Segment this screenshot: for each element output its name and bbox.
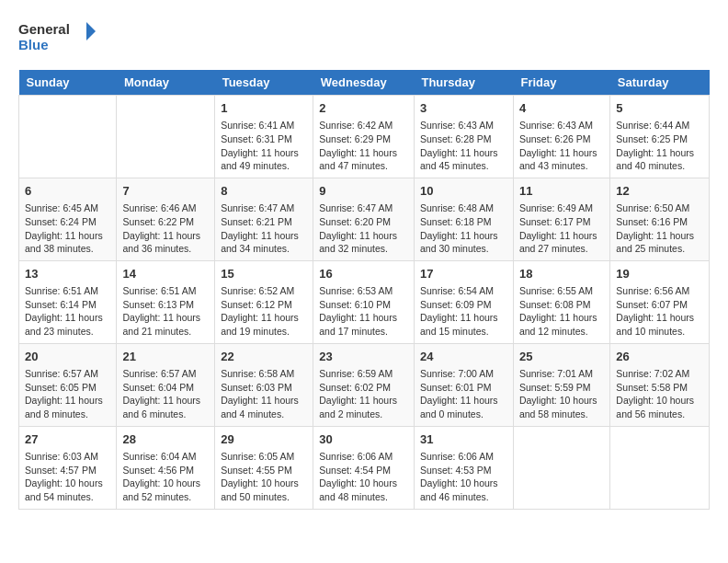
cell-info: Sunset: 4:57 PM <box>25 464 110 477</box>
day-number: 23 <box>319 349 408 365</box>
cell-info: Daylight: 11 hours and 12 minutes. <box>519 311 604 338</box>
calendar-cell: 11Sunrise: 6:49 AMSunset: 6:17 PMDayligh… <box>513 178 609 260</box>
calendar-cell: 13Sunrise: 6:51 AMSunset: 6:14 PMDayligh… <box>19 260 117 343</box>
cell-info: Sunset: 6:01 PM <box>420 381 507 395</box>
day-number: 20 <box>25 349 110 365</box>
day-number: 22 <box>221 349 307 365</box>
cell-info: Daylight: 10 hours and 46 minutes. <box>420 477 507 503</box>
cell-info: Sunset: 6:02 PM <box>319 381 408 395</box>
cell-info: Sunrise: 6:54 AM <box>420 284 507 298</box>
cell-info: Daylight: 11 hours and 27 minutes. <box>519 229 604 256</box>
day-number: 15 <box>221 266 307 282</box>
cell-info: Daylight: 11 hours and 40 minutes. <box>616 146 703 173</box>
cell-info: Sunset: 6:08 PM <box>519 298 604 312</box>
calendar-cell: 18Sunrise: 6:55 AMSunset: 6:08 PMDayligh… <box>513 260 609 343</box>
cell-info: Sunrise: 6:44 AM <box>616 119 703 132</box>
calendar-cell: 23Sunrise: 6:59 AMSunset: 6:02 PMDayligh… <box>313 343 415 426</box>
calendar-cell: 8Sunrise: 6:47 AMSunset: 6:21 PMDaylight… <box>215 178 313 260</box>
cell-info: Daylight: 11 hours and 10 minutes. <box>616 311 703 338</box>
day-number: 7 <box>122 183 209 200</box>
cell-info: Sunset: 4:53 PM <box>420 464 507 477</box>
cell-info: Daylight: 11 hours and 32 minutes. <box>319 229 408 256</box>
day-number: 1 <box>221 100 307 117</box>
cell-info: Sunset: 6:12 PM <box>221 298 307 312</box>
day-number: 29 <box>221 431 307 448</box>
logo-svg: General Blue <box>18 18 101 55</box>
cell-info: Daylight: 11 hours and 15 minutes. <box>420 311 507 338</box>
cell-info: Daylight: 11 hours and 8 minutes. <box>25 394 110 420</box>
cell-info: Sunrise: 6:05 AM <box>221 450 307 464</box>
cell-info: Daylight: 11 hours and 49 minutes. <box>221 146 307 173</box>
page-header: General Blue <box>18 18 710 55</box>
cell-info: Sunset: 6:10 PM <box>319 298 408 312</box>
calendar-cell: 1Sunrise: 6:41 AMSunset: 6:31 PMDaylight… <box>215 96 313 178</box>
cell-info: Sunrise: 6:53 AM <box>319 284 408 298</box>
svg-marker-2 <box>86 22 96 40</box>
svg-text:Blue: Blue <box>18 37 49 52</box>
cell-info: Sunrise: 6:43 AM <box>519 119 604 132</box>
cell-info: Daylight: 11 hours and 0 minutes. <box>420 394 507 420</box>
cell-info: Sunset: 6:25 PM <box>616 132 703 146</box>
day-number: 3 <box>420 100 507 117</box>
day-number: 6 <box>25 183 110 200</box>
calendar-cell <box>610 426 710 509</box>
calendar-cell: 25Sunrise: 7:01 AMSunset: 5:59 PMDayligh… <box>513 343 609 426</box>
cell-info: Sunrise: 6:55 AM <box>519 284 604 298</box>
day-number: 13 <box>25 266 110 282</box>
calendar-week-row: 1Sunrise: 6:41 AMSunset: 6:31 PMDaylight… <box>19 96 710 178</box>
cell-info: Sunset: 6:17 PM <box>519 215 604 229</box>
cell-info: Daylight: 10 hours and 50 minutes. <box>221 477 307 503</box>
calendar-week-row: 6Sunrise: 6:45 AMSunset: 6:24 PMDaylight… <box>19 178 710 260</box>
cell-info: Daylight: 11 hours and 34 minutes. <box>221 229 307 256</box>
cell-info: Sunrise: 6:51 AM <box>25 284 110 298</box>
cell-info: Daylight: 11 hours and 19 minutes. <box>221 311 307 338</box>
cell-info: Daylight: 10 hours and 52 minutes. <box>122 477 209 503</box>
cell-info: Daylight: 10 hours and 48 minutes. <box>319 477 408 503</box>
cell-info: Sunset: 6:05 PM <box>25 381 110 395</box>
cell-info: Sunset: 6:18 PM <box>420 215 507 229</box>
calendar-week-row: 20Sunrise: 6:57 AMSunset: 6:05 PMDayligh… <box>19 343 710 426</box>
cell-info: Sunset: 6:24 PM <box>25 215 110 229</box>
cell-info: Sunrise: 6:50 AM <box>616 201 703 215</box>
day-number: 11 <box>519 183 604 200</box>
calendar-cell: 7Sunrise: 6:46 AMSunset: 6:22 PMDaylight… <box>117 178 215 260</box>
calendar-cell: 12Sunrise: 6:50 AMSunset: 6:16 PMDayligh… <box>610 178 710 260</box>
calendar-week-row: 27Sunrise: 6:03 AMSunset: 4:57 PMDayligh… <box>19 426 710 509</box>
cell-info: Daylight: 11 hours and 43 minutes. <box>519 146 604 173</box>
weekday-header: Monday <box>117 70 215 96</box>
calendar-cell: 3Sunrise: 6:43 AMSunset: 6:28 PMDaylight… <box>414 96 513 178</box>
calendar-cell: 29Sunrise: 6:05 AMSunset: 4:55 PMDayligh… <box>215 426 313 509</box>
calendar-cell: 21Sunrise: 6:57 AMSunset: 6:04 PMDayligh… <box>117 343 215 426</box>
calendar-cell: 24Sunrise: 7:00 AMSunset: 6:01 PMDayligh… <box>414 343 513 426</box>
day-number: 24 <box>420 349 507 365</box>
cell-info: Sunset: 6:26 PM <box>519 132 604 146</box>
cell-info: Sunset: 4:54 PM <box>319 464 408 477</box>
cell-info: Daylight: 11 hours and 45 minutes. <box>420 146 507 173</box>
day-number: 2 <box>319 100 408 117</box>
cell-info: Sunrise: 7:02 AM <box>616 367 703 381</box>
day-number: 26 <box>616 349 703 365</box>
day-number: 10 <box>420 183 507 200</box>
calendar-cell: 22Sunrise: 6:58 AMSunset: 6:03 PMDayligh… <box>215 343 313 426</box>
cell-info: Sunrise: 6:58 AM <box>221 367 307 381</box>
weekday-header: Thursday <box>414 70 513 96</box>
cell-info: Sunrise: 6:47 AM <box>319 201 408 215</box>
cell-info: Daylight: 11 hours and 6 minutes. <box>122 394 209 420</box>
cell-info: Sunrise: 7:01 AM <box>519 367 604 381</box>
calendar-header-row: SundayMondayTuesdayWednesdayThursdayFrid… <box>19 70 710 96</box>
cell-info: Daylight: 11 hours and 25 minutes. <box>616 229 703 256</box>
cell-info: Daylight: 11 hours and 2 minutes. <box>319 394 408 420</box>
calendar-cell: 5Sunrise: 6:44 AMSunset: 6:25 PMDaylight… <box>610 96 710 178</box>
cell-info: Sunrise: 6:42 AM <box>319 119 408 132</box>
weekday-header: Friday <box>513 70 609 96</box>
cell-info: Daylight: 11 hours and 21 minutes. <box>122 311 209 338</box>
cell-info: Sunrise: 6:41 AM <box>221 119 307 132</box>
logo: General Blue <box>18 18 101 55</box>
calendar-cell: 20Sunrise: 6:57 AMSunset: 6:05 PMDayligh… <box>19 343 117 426</box>
cell-info: Sunset: 4:56 PM <box>122 464 209 477</box>
calendar-cell: 6Sunrise: 6:45 AMSunset: 6:24 PMDaylight… <box>19 178 117 260</box>
cell-info: Daylight: 10 hours and 56 minutes. <box>616 394 703 420</box>
day-number: 19 <box>616 266 703 282</box>
calendar-week-row: 13Sunrise: 6:51 AMSunset: 6:14 PMDayligh… <box>19 260 710 343</box>
cell-info: Sunset: 6:13 PM <box>122 298 209 312</box>
